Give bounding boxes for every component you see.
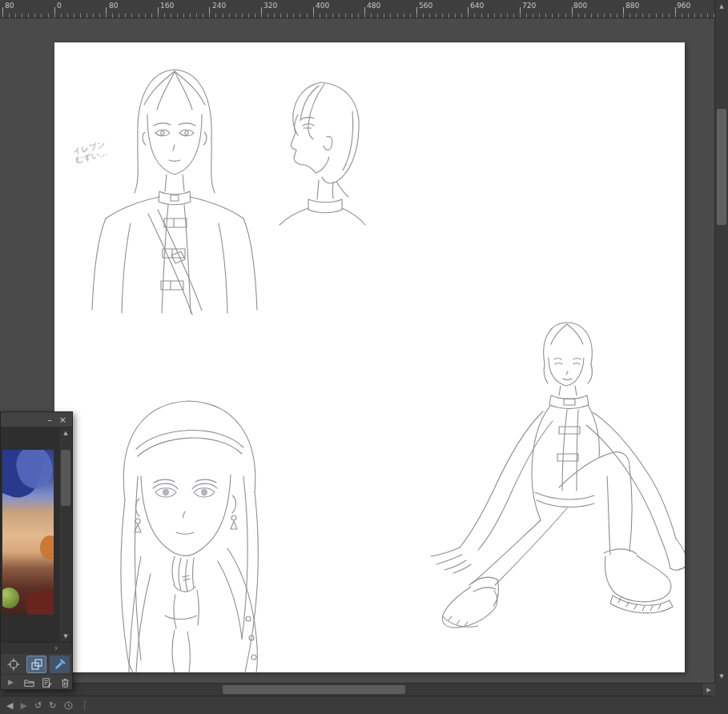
scrollbar-corner	[715, 683, 728, 714]
edit-image-button[interactable]	[41, 676, 54, 689]
status-separator: |	[82, 700, 86, 711]
reference-image-detail	[22, 587, 54, 615]
ruler-label: 720	[522, 2, 536, 10]
subview-action-bar: ▶	[1, 674, 72, 690]
sketch-face-closeup	[121, 401, 258, 672]
scroll-up-button[interactable]: ▲	[715, 0, 728, 13]
ruler-label: 640	[470, 2, 484, 10]
pencil-sketches	[54, 42, 685, 672]
horizontal-ruler: 80080160240320400480560640720800880960	[0, 0, 715, 18]
scroll-up-icon: ▲	[719, 3, 723, 10]
fit-to-window-button[interactable]	[26, 656, 46, 673]
sketch-bust-front	[92, 70, 257, 315]
next-image-button[interactable]: ▶	[4, 676, 18, 689]
subview-body: ▲ ▼ › ▶	[1, 427, 72, 690]
vertical-scrollbar[interactable]: ▲ ▼	[714, 0, 728, 683]
subview-scroll-track[interactable]	[59, 439, 72, 631]
flip-right-icon[interactable]: ▶	[20, 701, 26, 710]
app-window: イレブン むずい… 800801602403204004805606407208…	[0, 0, 728, 714]
ruler-label: 400	[316, 2, 329, 10]
close-icon[interactable]: ×	[59, 415, 66, 424]
ruler-label: 240	[212, 2, 226, 10]
delete-image-button[interactable]	[58, 676, 72, 689]
horizontal-scrollbar[interactable]: ▶	[0, 683, 715, 696]
scroll-right-button[interactable]: ▶	[702, 684, 715, 696]
canvas-viewport[interactable]: イレブン むずい…	[0, 18, 715, 683]
reset-view-icon[interactable]	[63, 700, 74, 711]
ruler-label: 320	[263, 2, 277, 10]
rotate-ccw-icon[interactable]: ↺	[34, 701, 42, 710]
scroll-down-button[interactable]: ▼	[715, 670, 728, 683]
reference-image[interactable]	[2, 450, 54, 615]
play-icon: ▶	[8, 679, 14, 686]
ruler-label: 560	[419, 2, 432, 10]
reference-image-area[interactable]	[1, 427, 59, 642]
subview-scroll-down-icon[interactable]: ▼	[59, 631, 72, 642]
open-file-button[interactable]	[22, 676, 36, 689]
trash-icon	[59, 677, 71, 688]
subview-palette: – × ▲ ▼ ›	[0, 411, 73, 690]
reference-image-detail	[2, 588, 19, 608]
sketch-sitting-pose	[431, 323, 685, 628]
ruler-label: 880	[625, 2, 639, 10]
folder-icon	[23, 677, 35, 688]
ruler-label: 80	[109, 2, 118, 10]
subview-toolbar	[1, 655, 72, 674]
ruler-label: 480	[367, 2, 380, 10]
subview-vertical-scrollbar[interactable]: ▲ ▼	[58, 427, 72, 642]
subview-scroll-up-icon[interactable]: ▲	[59, 427, 72, 439]
scroll-right-icon: ▶	[706, 687, 710, 693]
eyedropper-icon	[54, 658, 66, 671]
vertical-scroll-track[interactable]	[715, 13, 728, 670]
ruler-label: 160	[160, 2, 174, 10]
ruler-label: 80	[5, 2, 14, 10]
fit-window-icon	[30, 658, 43, 671]
minimize-icon[interactable]: –	[47, 415, 52, 424]
edit-page-icon	[41, 677, 53, 688]
eyedropper-button[interactable]	[50, 656, 70, 673]
ruler-label: 800	[573, 2, 587, 10]
vertical-scroll-thumb[interactable]	[717, 109, 726, 225]
scroll-down-icon: ▼	[719, 673, 723, 680]
horizontal-scroll-thumb[interactable]	[223, 685, 405, 694]
crosshair-icon	[7, 658, 20, 671]
ruler-label: 0	[57, 2, 62, 10]
drawing-canvas[interactable]: イレブン むずい…	[54, 42, 685, 672]
sketch-head-profile	[280, 82, 365, 225]
subview-titlebar[interactable]: – ×	[1, 412, 72, 427]
status-bar: ◀ ▶ ↺ ↻ |	[0, 696, 715, 714]
flip-left-icon[interactable]: ◀	[6, 701, 13, 710]
rotate-cw-icon[interactable]: ↻	[49, 701, 56, 710]
pan-tool-button[interactable]	[3, 656, 23, 673]
subview-scroll-right-icon[interactable]: ›	[54, 644, 58, 652]
subview-horizontal-scrollbar[interactable]: ›	[1, 642, 72, 654]
subview-scroll-thumb[interactable]	[61, 450, 70, 506]
ruler-labels: 80080160240320400480560640720800880960	[0, 0, 715, 18]
reference-image-detail	[40, 536, 54, 560]
ruler-label: 960	[677, 2, 690, 10]
